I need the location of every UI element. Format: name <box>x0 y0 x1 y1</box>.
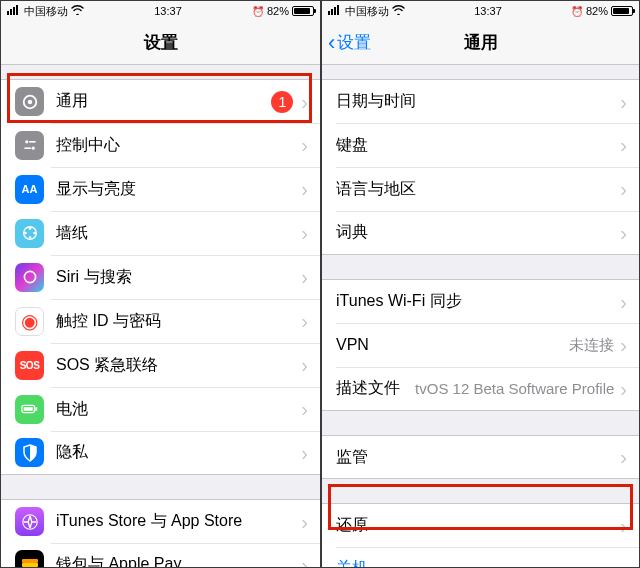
general-row[interactable]: 语言与地区› <box>322 167 639 211</box>
page-title: 设置 <box>144 31 178 54</box>
svg-rect-24 <box>331 9 333 15</box>
row-label: 墙纸 <box>56 223 301 244</box>
svg-point-5 <box>27 99 32 104</box>
row-label: iTunes Wi-Fi 同步 <box>336 291 620 312</box>
status-bar: 中国移动 13:37 ⏰ 82% <box>1 1 320 21</box>
general-row[interactable]: 还原› <box>322 503 639 547</box>
general-list[interactable]: 日期与时间›键盘›语言与地区›词典› iTunes Wi-Fi 同步›VPN未连… <box>322 65 639 567</box>
row-label: 隐私 <box>56 442 301 463</box>
chevron-right-icon: › <box>301 555 308 568</box>
row-label: 显示与亮度 <box>56 179 301 200</box>
general-row[interactable]: 词典› <box>322 211 639 255</box>
siri-icon <box>15 263 44 292</box>
svg-rect-22 <box>22 567 38 568</box>
wallpaper-icon <box>15 219 44 248</box>
settings-row-itunes[interactable]: iTunes Store 与 App Store› <box>1 499 320 543</box>
sos-icon: SOS <box>15 351 44 380</box>
svg-point-13 <box>28 236 31 239</box>
svg-rect-25 <box>334 7 336 15</box>
chevron-right-icon: › <box>301 512 308 532</box>
chevron-right-icon: › <box>301 179 308 199</box>
row-label: Siri 与搜索 <box>56 267 301 288</box>
settings-row-touchid[interactable]: ◉触控 ID 与密码› <box>1 299 320 343</box>
chevron-right-icon: › <box>620 379 627 399</box>
svg-rect-20 <box>22 559 38 563</box>
settings-row-privacy[interactable]: 隐私› <box>1 431 320 475</box>
general-row[interactable]: iTunes Wi-Fi 同步› <box>322 279 639 323</box>
chevron-right-icon: › <box>620 223 627 243</box>
svg-rect-9 <box>24 147 30 149</box>
phone-general: 中国移动 13:37 ⏰ 82% ‹ 设置 通用 日期与时间›键盘›语言与地区›… <box>320 1 639 567</box>
display-icon: AA <box>15 175 44 204</box>
chevron-right-icon: › <box>620 516 627 536</box>
chevron-right-icon: › <box>620 447 627 467</box>
chevron-right-icon: › <box>301 399 308 419</box>
row-detail: 未连接 <box>569 336 614 355</box>
carrier-label: 中国移动 <box>24 4 68 19</box>
privacy-icon <box>15 438 44 467</box>
settings-row-general[interactable]: 通用1› <box>1 79 320 123</box>
battery-percent: 82% <box>586 5 608 17</box>
back-label: 设置 <box>337 31 371 54</box>
row-label: VPN <box>336 336 569 354</box>
settings-row-siri[interactable]: Siri 与搜索› <box>1 255 320 299</box>
general-row[interactable]: 键盘› <box>322 123 639 167</box>
wifi-icon <box>392 5 405 17</box>
alarm-icon: ⏰ <box>252 6 264 17</box>
navbar: ‹ 设置 通用 <box>322 21 639 65</box>
svg-rect-18 <box>23 407 32 411</box>
row-label: 语言与地区 <box>336 179 620 200</box>
row-label: 触控 ID 与密码 <box>56 311 301 332</box>
svg-rect-1 <box>10 9 12 15</box>
svg-point-12 <box>33 232 36 235</box>
settings-row-control[interactable]: 控制中心› <box>1 123 320 167</box>
row-label: 关机 <box>336 558 627 567</box>
notification-badge: 1 <box>271 91 293 113</box>
row-label: 监管 <box>336 447 620 468</box>
svg-rect-3 <box>16 5 18 15</box>
settings-list[interactable]: 通用1›控制中心›AA显示与亮度›墙纸›Siri 与搜索›◉触控 ID 与密码›… <box>1 65 320 567</box>
chevron-right-icon: › <box>620 92 627 112</box>
svg-rect-26 <box>337 5 339 15</box>
page-title: 通用 <box>464 31 498 54</box>
wifi-icon <box>71 5 84 17</box>
alarm-icon: ⏰ <box>571 6 583 17</box>
svg-rect-23 <box>328 11 330 15</box>
svg-rect-17 <box>35 407 37 411</box>
phone-settings: 中国移动 13:37 ⏰ 82% 设置 通用1›控制中心›AA显示与亮度›墙纸›… <box>1 1 320 567</box>
settings-row-display[interactable]: AA显示与亮度› <box>1 167 320 211</box>
chevron-right-icon: › <box>301 311 308 331</box>
row-label: 词典 <box>336 222 620 243</box>
row-label: 钱包与 Apple Pay <box>56 554 301 567</box>
row-label: 通用 <box>56 91 271 112</box>
settings-row-wallet[interactable]: 钱包与 Apple Pay› <box>1 543 320 567</box>
touchid-icon: ◉ <box>15 307 44 336</box>
settings-row-sos[interactable]: SOSSOS 紧急联络› <box>1 343 320 387</box>
chevron-right-icon: › <box>620 292 627 312</box>
chevron-right-icon: › <box>301 267 308 287</box>
svg-point-15 <box>24 271 35 282</box>
chevron-right-icon: › <box>301 92 308 112</box>
row-label: 描述文件 <box>336 378 415 399</box>
svg-point-8 <box>31 147 34 150</box>
general-row[interactable]: VPN未连接› <box>322 323 639 367</box>
battery-icon <box>292 6 314 16</box>
chevron-right-icon: › <box>301 443 308 463</box>
itunes-icon <box>15 507 44 536</box>
settings-row-battery[interactable]: 电池› <box>1 387 320 431</box>
svg-rect-0 <box>7 11 9 15</box>
row-label: SOS 紧急联络 <box>56 355 301 376</box>
general-row[interactable]: 关机 <box>322 547 639 567</box>
chevron-right-icon: › <box>620 135 627 155</box>
row-detail: tvOS 12 Beta Software Profile <box>415 380 614 397</box>
general-row[interactable]: 监管› <box>322 435 639 479</box>
row-label: 控制中心 <box>56 135 301 156</box>
clock-label: 13:37 <box>154 5 182 17</box>
chevron-right-icon: › <box>620 179 627 199</box>
back-button[interactable]: ‹ 设置 <box>328 21 371 64</box>
general-row[interactable]: 日期与时间› <box>322 79 639 123</box>
svg-rect-21 <box>22 563 38 567</box>
svg-point-6 <box>25 140 28 143</box>
general-row[interactable]: 描述文件tvOS 12 Beta Software Profile› <box>322 367 639 411</box>
settings-row-wallpaper[interactable]: 墙纸› <box>1 211 320 255</box>
